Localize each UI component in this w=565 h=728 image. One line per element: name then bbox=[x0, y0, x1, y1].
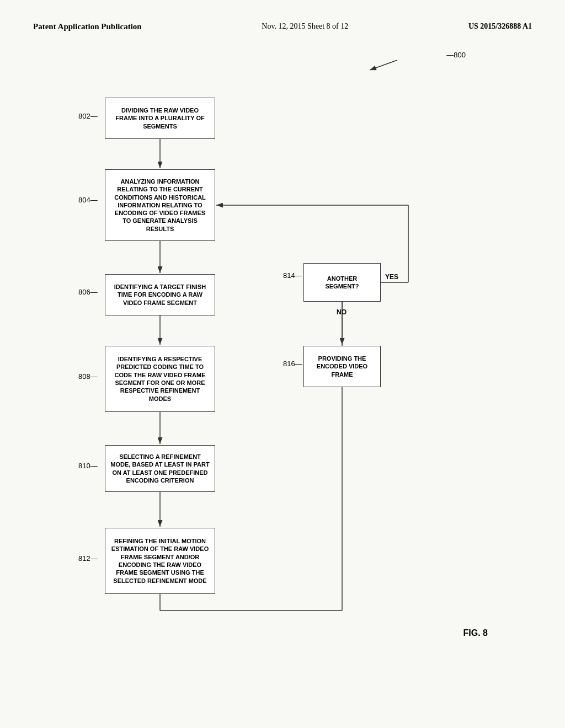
ref-802: 802— bbox=[78, 112, 98, 120]
box-816: PROVIDING THEENCODED VIDEOFRAME bbox=[303, 346, 381, 387]
box-808: IDENTIFYING A RESPECTIVEPREDICTED CODING… bbox=[105, 346, 215, 412]
ref-808: 808— bbox=[78, 372, 98, 381]
publication-label: Patent Application Publication bbox=[33, 22, 142, 31]
no-label: NO bbox=[337, 308, 347, 316]
box-812: REFINING THE INITIAL MOTIONESTIMATION OF… bbox=[105, 528, 215, 594]
patent-number: US 2015/326888 A1 bbox=[468, 22, 532, 31]
box-804: ANALYZING INFORMATIONRELATING TO THE CUR… bbox=[105, 169, 215, 241]
figure-label: FIG. 8 bbox=[463, 628, 488, 638]
box-802: DIVIDING THE RAW VIDEO FRAME INTO A PLUR… bbox=[105, 98, 215, 139]
page: Patent Application Publication Nov. 12, … bbox=[0, 0, 565, 728]
ref-812: 812— bbox=[78, 554, 98, 563]
ref-804: 804— bbox=[78, 196, 98, 204]
page-header: Patent Application Publication Nov. 12, … bbox=[33, 22, 532, 31]
box-806: IDENTIFYING A TARGET FINISHTIME FOR ENCO… bbox=[105, 274, 215, 315]
diagram-area: —800 bbox=[33, 48, 532, 655]
box-810: SELECTING A REFINEMENTMODE, BASED AT LEA… bbox=[105, 445, 215, 492]
publication-date: Nov. 12, 2015 Sheet 8 of 12 bbox=[262, 22, 348, 31]
box-814: ANOTHERSEGMENT? bbox=[303, 263, 381, 302]
figure-800-label: —800 bbox=[446, 51, 466, 59]
ref-816: 816— bbox=[283, 360, 302, 368]
yes-label: YES bbox=[385, 273, 398, 281]
ref-806: 806— bbox=[78, 288, 98, 296]
ref-814: 814— bbox=[283, 271, 302, 280]
svg-line-2 bbox=[370, 60, 397, 70]
ref-810: 810— bbox=[78, 462, 98, 470]
